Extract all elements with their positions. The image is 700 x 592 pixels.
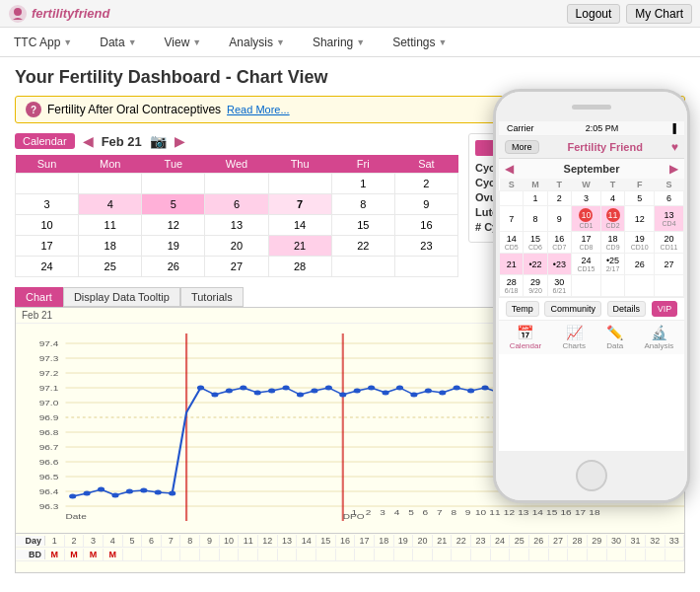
svg-text:4: 4 — [394, 509, 400, 517]
chart-date-label: Feb 21 — [22, 310, 52, 321]
calendar-label-button[interactable]: Calendar — [15, 133, 75, 149]
table-row: 7 8 9 10CD1 11CD2 12 13CD4 — [500, 206, 684, 232]
svg-text:97.1: 97.1 — [39, 385, 59, 393]
svg-text:8: 8 — [451, 509, 456, 517]
phone-community-button[interactable]: Community — [544, 301, 601, 317]
svg-point-47 — [311, 389, 317, 394]
svg-point-46 — [297, 393, 304, 398]
phone-mockup: Carrier 2:05 PM ▐ More Fertility Friend … — [493, 89, 690, 503]
phone-temp-button[interactable]: Temp — [506, 301, 539, 317]
day-data: 1 2 3 4 5 6 7 8 9 10 11 12 13 14 15 16 1… — [45, 535, 684, 547]
phone-tab-charts[interactable]: 📈 Charts — [562, 325, 586, 350]
tab-chart[interactable]: Chart — [15, 287, 63, 307]
svg-text:1: 1 — [351, 509, 357, 517]
svg-point-1 — [14, 8, 22, 16]
svg-point-41 — [226, 389, 233, 394]
bd-label: BD — [16, 550, 45, 559]
day-label: Day — [16, 536, 45, 546]
calendar-prev-button[interactable]: ◀ — [83, 133, 94, 149]
svg-point-54 — [410, 393, 417, 398]
svg-point-36 — [140, 488, 147, 493]
svg-text:17: 17 — [575, 509, 586, 517]
phone-prev-button[interactable]: ◀ — [505, 162, 514, 176]
phone-more-button[interactable]: More — [505, 140, 539, 154]
phone-bottom-tabs: 📅 Calendar 📈 Charts ✏️ Data 🔬 Analysis — [499, 320, 684, 354]
phone-home-button[interactable] — [576, 460, 607, 491]
nav-bar: TTC App ▼ Data ▼ View ▼ Analysis ▼ Shari… — [0, 28, 700, 57]
calendar-body: 1 2 3 4 5 6 7 8 9 10 11 — [16, 174, 458, 277]
svg-point-35 — [126, 489, 133, 494]
phone-vip-button[interactable]: VIP — [652, 301, 678, 317]
tab-tooltip[interactable]: Display Data Tooltip — [63, 287, 180, 307]
svg-text:11: 11 — [489, 509, 500, 517]
calendar-header: Calendar ◀ Feb 21 📷 ▶ — [15, 133, 458, 149]
carrier-label: Carrier — [507, 123, 534, 133]
svg-text:5: 5 — [408, 509, 414, 517]
top-bar: fertilityfriend Logout My Chart — [0, 0, 700, 28]
nav-view[interactable]: View ▼ — [161, 30, 206, 55]
svg-point-52 — [382, 391, 388, 396]
svg-text:97.4: 97.4 — [39, 340, 59, 348]
svg-point-48 — [325, 386, 332, 391]
svg-text:3: 3 — [380, 509, 385, 517]
logout-button[interactable]: Logout — [567, 4, 621, 24]
cal-header-wed: Wed — [205, 155, 268, 174]
svg-point-43 — [254, 391, 261, 396]
phone-speaker — [572, 105, 611, 110]
phone-tab-analysis[interactable]: 🔬 Analysis — [645, 325, 674, 350]
svg-text:16: 16 — [560, 509, 571, 517]
table-row: 1 2 — [16, 174, 458, 194]
svg-text:96.9: 96.9 — [39, 414, 59, 422]
svg-text:Date: Date — [65, 513, 86, 521]
nav-analysis[interactable]: Analysis ▼ — [225, 30, 289, 55]
svg-text:10: 10 — [475, 509, 486, 517]
svg-point-31 — [69, 494, 76, 499]
mychart-button[interactable]: My Chart — [626, 4, 692, 24]
read-more-link[interactable]: Read More... — [227, 104, 290, 115]
svg-text:96.7: 96.7 — [39, 444, 59, 452]
nav-data[interactable]: Data ▼ — [96, 30, 140, 55]
info-text: Fertility After Oral Contraceptives — [47, 103, 221, 116]
cal-header-fri: Fri — [331, 155, 394, 174]
phone-details-button[interactable]: Details — [607, 301, 647, 317]
cal-header-tue: Tue — [142, 155, 205, 174]
svg-text:96.3: 96.3 — [39, 503, 59, 511]
nav-sharing[interactable]: Sharing ▼ — [309, 30, 369, 55]
svg-text:96.5: 96.5 — [39, 474, 59, 481]
svg-text:2: 2 — [366, 509, 372, 517]
battery-icon: ▐ — [670, 123, 676, 133]
table-row: 17 18 19 20 21 22 23 — [16, 236, 458, 257]
phone-heart-icon: ♥ — [671, 140, 678, 154]
phone-calendar-table: S M T W T F S 1 2 3 4 — [499, 179, 684, 297]
svg-text:12: 12 — [504, 509, 515, 517]
cal-header-sat: Sat — [394, 155, 457, 174]
phone-app-header: More Fertility Friend ♥ — [499, 136, 684, 159]
phone-tab-calendar[interactable]: 📅 Calendar — [510, 325, 541, 350]
svg-point-40 — [211, 393, 218, 398]
svg-point-59 — [481, 386, 488, 391]
svg-point-50 — [354, 389, 361, 394]
svg-point-53 — [396, 386, 403, 391]
svg-text:14: 14 — [532, 509, 543, 517]
phone-bottom — [496, 451, 687, 500]
phone-tab-data[interactable]: ✏️ Data — [606, 325, 623, 350]
svg-text:18: 18 — [589, 509, 599, 517]
top-bar-left: fertilityfriend — [8, 4, 109, 24]
svg-text:7: 7 — [437, 509, 443, 517]
analysis-tab-icon: 🔬 — [651, 325, 667, 340]
chart-row-day: Day 1 2 3 4 5 6 7 8 9 10 11 12 13 14 15 … — [16, 534, 684, 548]
svg-point-45 — [282, 386, 289, 391]
table-row: 24 25 26 27 28 — [16, 257, 458, 277]
calendar-icon[interactable]: 📷 — [150, 133, 167, 149]
nav-settings[interactable]: Settings ▼ — [388, 30, 451, 55]
table-row: 3 4 5 6 7 8 9 — [16, 194, 458, 215]
svg-text:96.4: 96.4 — [39, 488, 59, 496]
nav-ttcapp[interactable]: TTC App ▼ — [10, 30, 76, 55]
calendar-tab-icon: 📅 — [517, 325, 533, 340]
data-tab-icon: ✏️ — [606, 325, 623, 340]
tab-tutorials[interactable]: Tutorials — [180, 287, 244, 307]
calendar-next-button[interactable]: ▶ — [175, 133, 185, 149]
svg-point-44 — [268, 389, 275, 394]
svg-point-55 — [425, 389, 432, 394]
phone-next-button[interactable]: ▶ — [669, 162, 678, 176]
